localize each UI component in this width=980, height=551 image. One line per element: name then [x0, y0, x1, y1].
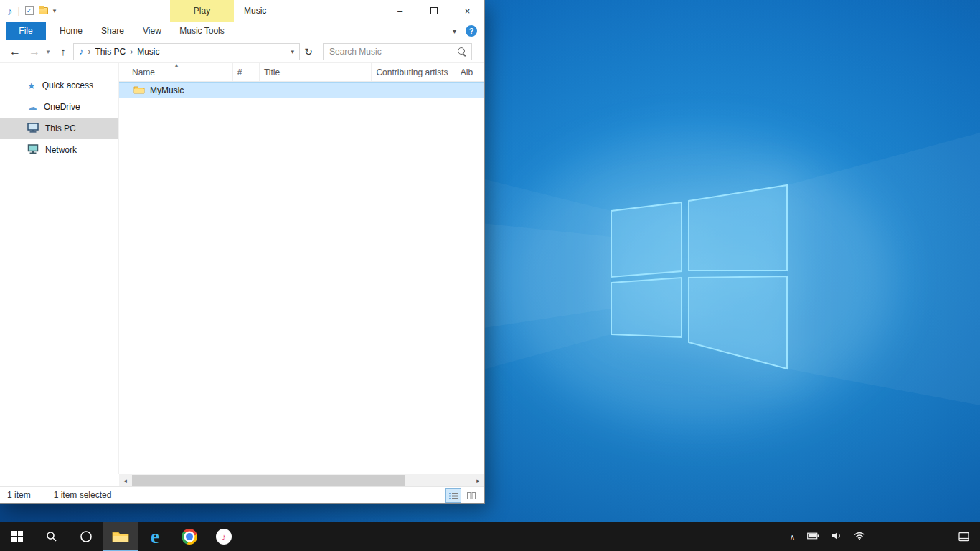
- help-icon: ?: [469, 27, 474, 35]
- navigation-pane: ★ Quick access ☁ OneDrive This PC Networ…: [0, 63, 119, 474]
- search-icon: [46, 531, 57, 542]
- sidebar-item-label: Network: [45, 145, 77, 155]
- address-music-icon: ♪: [79, 46, 84, 57]
- tab-home[interactable]: Home: [50, 22, 92, 40]
- sidebar-item-label: This PC: [45, 123, 76, 133]
- windows-logo-icon: [11, 531, 23, 542]
- sidebar-item-network[interactable]: Network: [0, 139, 118, 161]
- network-icon: [27, 144, 39, 156]
- sidebar-item-label: Quick access: [42, 80, 93, 90]
- address-dropdown-chevron-icon[interactable]: ▾: [288, 48, 296, 55]
- up-button[interactable]: ↑: [53, 45, 73, 57]
- collapse-ribbon-chevron-icon[interactable]: ▾: [453, 27, 456, 35]
- internet-explorer-icon: e: [151, 527, 159, 547]
- recent-locations-chevron-icon[interactable]: ▾: [43, 48, 53, 55]
- new-folder-button[interactable]: [39, 7, 48, 14]
- battery-icon[interactable]: [807, 532, 819, 542]
- volume-icon[interactable]: [831, 532, 842, 542]
- sidebar-item-this-pc[interactable]: This PC: [0, 118, 118, 139]
- itunes-icon: ♪: [216, 529, 232, 545]
- column-header-number[interactable]: #: [233, 63, 260, 81]
- title-bar: ♪ | ✓ ▾ Play Music – ×: [0, 0, 484, 22]
- back-button[interactable]: ←: [4, 45, 26, 58]
- column-header-contributing-artists[interactable]: Contributing artists: [372, 63, 456, 81]
- file-list-area: ▴ Name # Title Contributing artists Alb …: [119, 63, 484, 474]
- tab-share[interactable]: Share: [92, 22, 133, 40]
- search-icon[interactable]: [457, 47, 467, 57]
- search-input[interactable]: [324, 47, 457, 57]
- refresh-button[interactable]: ↻: [300, 46, 317, 57]
- cortana-button[interactable]: [69, 522, 103, 551]
- maximize-icon: [430, 7, 438, 14]
- horizontal-scrollbar[interactable]: ◂ ▸: [119, 474, 484, 486]
- taskbar-chrome-button[interactable]: [172, 522, 207, 551]
- address-bar[interactable]: ♪ › This PC › Music ▾: [73, 43, 300, 60]
- show-hidden-icons-button[interactable]: ∧: [790, 533, 795, 541]
- file-explorer-icon: [112, 530, 129, 543]
- music-app-icon: ♪: [7, 5, 13, 17]
- breadcrumb-chevron-icon: ›: [128, 47, 135, 57]
- scrollbar-thumb[interactable]: [132, 475, 405, 486]
- quick-access-toolbar: ♪ | ✓ ▾: [7, 0, 56, 22]
- breadcrumb-this-pc[interactable]: This PC: [93, 47, 128, 57]
- sidebar-item-onedrive[interactable]: ☁ OneDrive: [0, 96, 118, 118]
- breadcrumb-music[interactable]: Music: [135, 47, 161, 57]
- tab-view[interactable]: View: [133, 22, 171, 40]
- minimize-icon: –: [397, 6, 402, 17]
- qat-dropdown-chevron-icon[interactable]: ▾: [53, 7, 57, 14]
- breadcrumb-chevron-icon: ›: [86, 47, 93, 57]
- column-header-title[interactable]: Title: [260, 63, 372, 81]
- start-button[interactable]: [0, 522, 34, 551]
- column-header-album[interactable]: Alb: [456, 63, 484, 81]
- main-area: ★ Quick access ☁ OneDrive This PC Networ…: [0, 63, 484, 474]
- details-view-button[interactable]: [446, 489, 461, 502]
- taskbar-itunes-button[interactable]: ♪: [207, 522, 241, 551]
- window-controls: – ×: [383, 0, 484, 22]
- onedrive-cloud-icon: ☁: [27, 101, 37, 113]
- ribbon-tab-strip: Home Share View: [50, 22, 171, 40]
- action-center-button[interactable]: [958, 522, 970, 551]
- ribbon-tabs: File Home Share View Music Tools ▾ ?: [0, 22, 484, 40]
- network-wifi-icon[interactable]: [854, 532, 865, 542]
- search-box: [323, 43, 472, 60]
- address-toolbar: ← → ▾ ↑ ♪ › This PC › Music ▾ ↻: [0, 40, 484, 63]
- scroll-right-arrow[interactable]: ▸: [472, 474, 484, 486]
- action-center-icon: [958, 532, 970, 542]
- taskbar: e ♪ ∧: [0, 522, 980, 551]
- folder-icon: [133, 85, 145, 96]
- chrome-icon: [182, 529, 197, 545]
- contextual-group-play: Play: [170, 0, 234, 22]
- tab-music-tools[interactable]: Music Tools: [170, 22, 234, 40]
- large-icons-view-button[interactable]: [463, 489, 479, 502]
- file-name: MyMusic: [150, 85, 184, 95]
- tab-file[interactable]: File: [6, 22, 46, 40]
- computer-icon: [27, 123, 39, 135]
- check-icon: ✓: [27, 8, 32, 14]
- quick-access-star-icon: ★: [27, 80, 36, 91]
- close-button[interactable]: ×: [451, 0, 484, 22]
- scroll-left-arrow[interactable]: ◂: [119, 474, 131, 486]
- system-tray: ∧: [790, 522, 865, 551]
- close-icon: ×: [465, 6, 471, 17]
- properties-button[interactable]: ✓: [25, 6, 34, 15]
- help-button[interactable]: ?: [466, 25, 477, 37]
- status-bar: 1 item 1 item selected: [0, 486, 484, 503]
- sidebar-item-quick-access[interactable]: ★ Quick access: [0, 75, 118, 96]
- music-note-icon: ♪: [222, 532, 227, 542]
- qat-separator: |: [18, 6, 20, 16]
- taskbar-internet-explorer-button[interactable]: e: [138, 522, 172, 551]
- file-explorer-window: ♪ | ✓ ▾ Play Music – × File Home Share V…: [0, 0, 484, 503]
- maximize-button[interactable]: [417, 0, 451, 22]
- window-title: Music: [244, 0, 266, 22]
- taskbar-search-button[interactable]: [34, 522, 69, 551]
- sidebar-item-label: OneDrive: [44, 102, 80, 112]
- minimize-button[interactable]: –: [383, 0, 417, 22]
- ribbon-right-controls: ▾ ?: [453, 22, 477, 40]
- file-row-mymusic[interactable]: MyMusic: [119, 82, 484, 98]
- sort-ascending-icon: ▴: [175, 63, 178, 68]
- forward-button[interactable]: →: [26, 45, 43, 58]
- cortana-circle-icon: [80, 530, 93, 543]
- taskbar-file-explorer-button[interactable]: [103, 522, 138, 551]
- selection-count: 1 item selected: [54, 490, 112, 500]
- view-toggles: [446, 487, 479, 504]
